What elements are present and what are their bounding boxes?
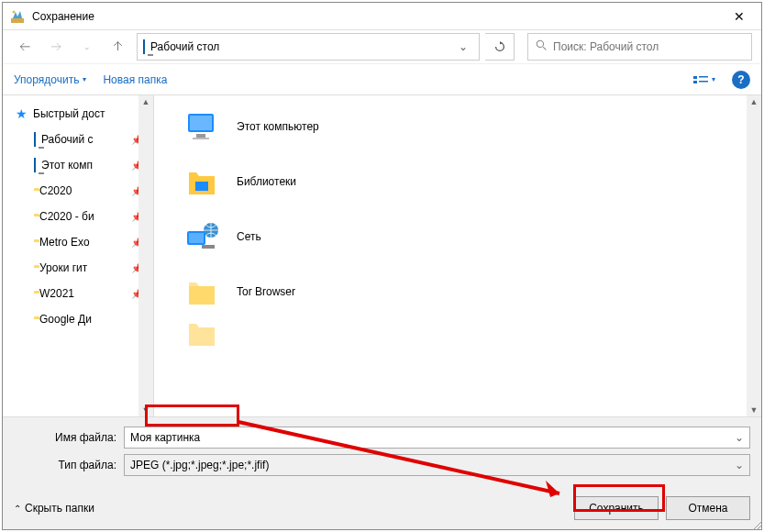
content-pane[interactable]: Этот компьютер Библиотеки Сеть	[154, 95, 761, 416]
resize-grip-icon[interactable]	[751, 519, 762, 530]
search-box[interactable]	[527, 33, 752, 61]
sidebar-item-uroki[interactable]: Уроки гит 📌	[3, 255, 153, 281]
filename-field[interactable]: ⌄	[124, 427, 750, 449]
button-row: ⌃ Скрыть папки Сохранить Отмена	[14, 496, 750, 520]
refresh-button[interactable]	[485, 33, 515, 61]
filename-row: Имя файла: ⌄	[14, 427, 750, 449]
svg-rect-7	[699, 81, 708, 83]
sidebar-item-thispc[interactable]: Этот комп 📌	[3, 152, 153, 178]
folder-icon	[182, 319, 222, 347]
svg-point-2	[537, 40, 543, 47]
svg-line-21	[760, 528, 762, 530]
libraries-icon	[182, 161, 222, 202]
new-folder-button[interactable]: Новая папка	[103, 73, 167, 86]
svg-rect-0	[11, 18, 24, 23]
window-title: Сохранение	[32, 10, 725, 23]
chevron-down-icon: ▾	[712, 75, 715, 83]
search-input[interactable]	[553, 40, 744, 53]
bottom-panel: Имя файла: ⌄ Тип файла: JPEG (*.jpg;*.jp…	[3, 416, 761, 529]
monitor-icon	[143, 40, 145, 53]
file-label: Сеть	[237, 230, 261, 243]
filetype-field[interactable]: JPEG (*.jpg;*.jpeg;*.jpe;*.jfif) ⌄	[124, 454, 750, 476]
svg-point-1	[13, 10, 16, 13]
monitor-icon	[34, 159, 36, 172]
svg-rect-14	[189, 233, 204, 243]
star-icon: ★	[16, 106, 28, 121]
svg-rect-10	[196, 134, 205, 138]
sidebar-item-c2020b[interactable]: C2020 - би 📌	[3, 204, 153, 229]
file-item-thispc[interactable]: Этот компьютер	[154, 99, 761, 154]
folder-icon	[182, 272, 222, 312]
close-button[interactable]: ✕	[725, 6, 754, 28]
save-dialog: Сохранение ✕ 🡠 🡢 ⌄ 🡡 Рабочий стол ⌄ Упор…	[2, 2, 762, 530]
file-item-partial[interactable]	[154, 319, 761, 347]
chevron-down-icon[interactable]: ⌄	[735, 431, 744, 444]
scroll-down-icon[interactable]: ▼	[750, 405, 758, 415]
scroll-up-icon[interactable]: ▲	[142, 97, 150, 106]
view-button[interactable]: ▾	[693, 73, 715, 86]
sidebar-scrollbar[interactable]: ▲ ▼	[138, 95, 153, 416]
cancel-button[interactable]: Отмена	[666, 496, 750, 520]
sidebar: ★ Быстрый дост Рабочий с 📌 Этот комп 📌 C…	[3, 95, 154, 416]
help-button[interactable]: ?	[732, 71, 750, 89]
computer-icon	[182, 106, 222, 147]
network-icon	[182, 216, 222, 257]
file-label: Tor Browser	[237, 285, 295, 298]
forward-button[interactable]: 🡢	[43, 34, 69, 60]
svg-rect-4	[693, 76, 697, 79]
chevron-up-icon: ⌃	[14, 504, 21, 514]
chevron-down-icon[interactable]: ⌄	[735, 459, 744, 471]
chevron-down-icon[interactable]: ⌄	[453, 40, 473, 53]
svg-rect-6	[699, 76, 708, 78]
sidebar-item-c2020[interactable]: C2020 📌	[3, 178, 153, 204]
recent-chevron[interactable]: ⌄	[74, 34, 100, 60]
breadcrumb[interactable]: Рабочий стол ⌄	[137, 33, 480, 61]
svg-rect-11	[193, 138, 209, 139]
file-item-tor[interactable]: Tor Browser	[154, 264, 761, 319]
filetype-row: Тип файла: JPEG (*.jpg;*.jpeg;*.jpe;*.jf…	[14, 454, 750, 476]
filetype-label: Тип файла:	[14, 459, 124, 471]
file-label: Этот компьютер	[237, 120, 319, 133]
svg-rect-9	[190, 116, 212, 130]
sidebar-item-desktop[interactable]: Рабочий с 📌	[3, 127, 153, 152]
path-text: Рабочий стол	[150, 40, 219, 53]
svg-rect-16	[202, 245, 215, 249]
save-button[interactable]: Сохранить	[574, 496, 659, 520]
nav-row: 🡠 🡢 ⌄ 🡡 Рабочий стол ⌄	[3, 30, 761, 63]
scroll-up-icon[interactable]: ▲	[750, 97, 758, 106]
sidebar-item-google[interactable]: Google Ди	[3, 306, 153, 332]
filetype-value: JPEG (*.jpg;*.jpeg;*.jpe;*.jfif)	[130, 459, 269, 471]
search-icon	[536, 39, 548, 54]
monitor-icon	[34, 133, 36, 146]
svg-rect-12	[195, 182, 208, 191]
sidebar-item-metro[interactable]: Metro Exo 📌	[3, 229, 153, 255]
scroll-down-icon[interactable]: ▼	[142, 405, 150, 415]
titlebar: Сохранение ✕	[3, 3, 761, 30]
up-button[interactable]: 🡡	[105, 34, 131, 60]
svg-line-3	[543, 47, 546, 50]
filename-input[interactable]	[130, 431, 744, 444]
hide-folders-button[interactable]: ⌃ Скрыть папки	[14, 502, 94, 515]
file-label: Библиотеки	[237, 175, 296, 188]
organize-button[interactable]: Упорядочить ▾	[14, 73, 86, 86]
app-icon	[10, 9, 25, 24]
filename-label: Имя файла:	[14, 431, 124, 444]
main-area: ★ Быстрый дост Рабочий с 📌 Этот комп 📌 C…	[3, 94, 761, 416]
content-scrollbar[interactable]: ▲ ▼	[747, 95, 761, 416]
chevron-down-icon: ▾	[83, 75, 86, 83]
back-button[interactable]: 🡠	[12, 34, 38, 60]
sidebar-item-w2021[interactable]: W2021 📌	[3, 281, 153, 306]
file-item-libraries[interactable]: Библиотеки	[154, 154, 761, 209]
toolbar: Упорядочить ▾ Новая папка ▾ ?	[3, 63, 761, 94]
svg-rect-5	[693, 81, 697, 83]
sidebar-quick-access[interactable]: ★ Быстрый дост	[3, 101, 153, 127]
file-item-network[interactable]: Сеть	[154, 209, 761, 264]
